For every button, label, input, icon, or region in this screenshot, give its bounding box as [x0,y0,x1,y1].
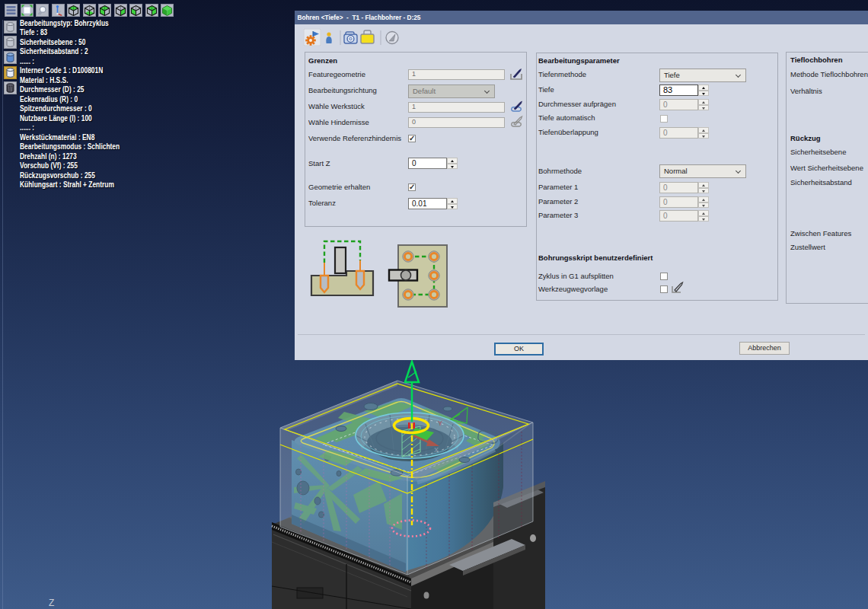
svg-text:Y: Y [438,419,442,427]
svg-text:X: X [434,446,439,454]
